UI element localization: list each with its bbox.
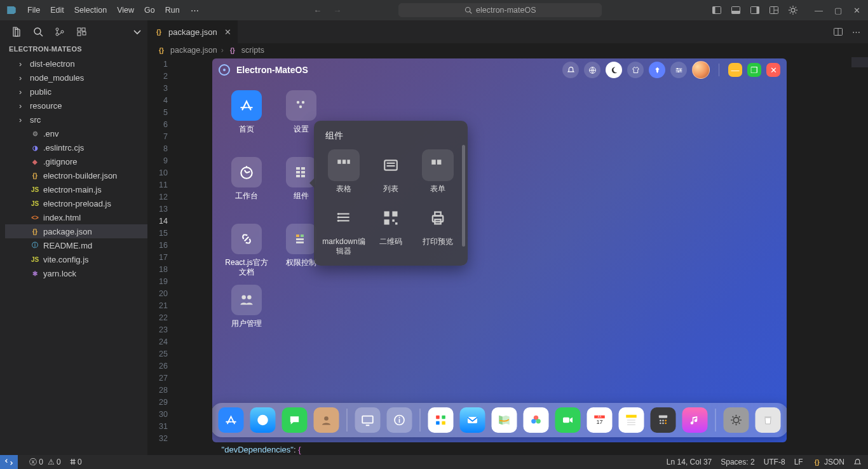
tab-package-json[interactable]: {} package.json ✕ xyxy=(147,20,238,43)
split-editor-icon[interactable] xyxy=(833,27,843,37)
crumb-scripts[interactable]: scripts xyxy=(241,46,264,55)
layout-sidebar-right-icon[interactable] xyxy=(750,5,760,15)
window-minimize-icon[interactable]: — xyxy=(815,6,823,15)
tree-file[interactable]: <>index.html xyxy=(5,210,147,224)
dock-settings-icon[interactable] xyxy=(724,407,749,433)
menu-edit[interactable]: Edit xyxy=(46,3,69,18)
window-close-icon[interactable]: ✕ xyxy=(853,6,860,15)
popup-item[interactable]: 打印预览 xyxy=(416,202,460,255)
nav-forward-icon[interactable]: → xyxy=(333,6,341,15)
tree-file[interactable]: JSelectron-preload.js xyxy=(5,196,147,210)
menu-view[interactable]: View xyxy=(112,3,139,18)
nav-back-icon[interactable]: ← xyxy=(313,6,322,15)
tree-file[interactable]: {}package.json xyxy=(5,224,147,238)
dock-music-icon[interactable] xyxy=(682,407,708,433)
dock-calculator-icon[interactable] xyxy=(651,407,676,433)
dock-messages-icon[interactable] xyxy=(282,407,308,433)
popup-item-label: 打印预览 xyxy=(423,237,453,246)
explorer-scm-icon[interactable] xyxy=(55,27,65,37)
status-encoding[interactable]: UTF-8 xyxy=(764,458,785,466)
dock-appstore-icon[interactable] xyxy=(219,407,244,433)
dock-photos-icon[interactable] xyxy=(524,407,549,433)
minimap[interactable] xyxy=(851,57,868,67)
dock-display-icon[interactable] xyxy=(355,407,381,433)
tab-overflow-icon[interactable]: ⋯ xyxy=(852,27,860,37)
dock-facetime-icon[interactable] xyxy=(555,407,581,433)
editor-body[interactable]: 1234567891011121314151617181920212223242… xyxy=(147,57,868,455)
tree-folder[interactable]: ›public xyxy=(5,85,147,99)
dock-contacts-icon[interactable] xyxy=(314,407,339,433)
dock-notes-icon[interactable] xyxy=(619,407,644,433)
globe-icon[interactable] xyxy=(584,62,600,78)
explorer-search-icon[interactable] xyxy=(33,27,43,37)
preview-maximize-button[interactable]: ❐ xyxy=(747,63,761,77)
status-lang[interactable]: {} JSON xyxy=(812,457,844,467)
pin-icon[interactable] xyxy=(649,62,665,78)
popup-scrollbar[interactable] xyxy=(462,145,465,247)
breadcrumbs[interactable]: {} package.json › {} scripts xyxy=(147,43,868,57)
dock-trash-icon[interactable] xyxy=(756,407,781,433)
status-ports[interactable]: ⵌ 0 xyxy=(70,458,82,466)
popup-item[interactable]: 表单 xyxy=(416,149,460,193)
svg-point-41 xyxy=(241,295,246,299)
status-spaces[interactable]: Spaces: 2 xyxy=(721,458,754,466)
settings-gear-icon[interactable] xyxy=(788,5,798,15)
sliders-icon[interactable] xyxy=(670,62,687,78)
tree-file[interactable]: ◆.gitignore xyxy=(5,154,147,168)
popup-item[interactable]: 表格 xyxy=(322,149,366,193)
tree-folder[interactable]: ›resource xyxy=(5,99,147,112)
user-avatar[interactable] xyxy=(692,61,710,79)
tree-file[interactable]: ✱yarn.lock xyxy=(5,266,147,280)
desktop-app[interactable]: React.js官方文档 xyxy=(224,224,269,277)
menu-overflow[interactable]: ⋯ xyxy=(186,3,204,18)
tab-close-icon[interactable]: ✕ xyxy=(224,27,231,37)
preview-minimize-button[interactable]: — xyxy=(728,63,742,77)
svg-point-29 xyxy=(299,105,302,108)
svg-point-14 xyxy=(56,28,58,31)
crumb-file[interactable]: package.json xyxy=(170,46,217,55)
tree-folder[interactable]: ›dist-electron xyxy=(5,57,147,71)
tree-file[interactable]: ◑.eslintrc.cjs xyxy=(5,140,147,154)
command-center[interactable]: electron-mateOS xyxy=(398,3,602,17)
layout-customize-icon[interactable] xyxy=(769,5,779,15)
status-problems[interactable]: ⓧ 0 ⚠ 0 xyxy=(29,457,61,468)
menu-selection[interactable]: Selection xyxy=(70,3,111,18)
desktop-app[interactable]: 工作台 xyxy=(224,157,269,201)
explorer-collapse-icon[interactable] xyxy=(132,28,142,36)
explorer-extensions-icon[interactable] xyxy=(76,27,86,37)
status-eol[interactable]: LF xyxy=(794,458,803,466)
layout-panel-icon[interactable] xyxy=(731,5,741,15)
theme-toggle-icon[interactable] xyxy=(606,62,622,78)
svg-rect-49 xyxy=(431,160,436,165)
bell-icon[interactable] xyxy=(562,62,579,78)
explorer-files-icon[interactable] xyxy=(11,27,22,37)
popup-item[interactable]: 二维码 xyxy=(369,202,413,255)
tree-folder[interactable]: ›src xyxy=(5,112,147,126)
shirt-icon[interactable] xyxy=(627,62,644,78)
layout-sidebar-left-icon[interactable] xyxy=(712,5,722,15)
dock-launchpad-icon[interactable] xyxy=(428,407,454,433)
dock-calendar-icon[interactable]: JUL17 xyxy=(587,407,613,433)
remote-indicator-icon[interactable] xyxy=(0,455,18,469)
tree-file[interactable]: ⚙.env xyxy=(5,126,147,140)
tree-folder[interactable]: ›node_modules xyxy=(5,71,147,85)
dock-maps-icon[interactable] xyxy=(492,407,517,433)
menu-run[interactable]: Run xyxy=(161,3,184,18)
menu-go[interactable]: Go xyxy=(140,3,159,18)
status-lncol[interactable]: Ln 14, Col 37 xyxy=(667,458,712,466)
status-bell-icon[interactable] xyxy=(853,458,862,466)
dock-info-icon[interactable] xyxy=(387,407,412,433)
preview-close-button[interactable]: ✕ xyxy=(766,63,780,77)
tree-file[interactable]: ⓘREADME.md xyxy=(5,238,147,252)
tree-file[interactable]: JSelectron-main.js xyxy=(5,182,147,196)
desktop-app[interactable]: 用户管理 xyxy=(224,285,269,329)
desktop-app[interactable]: 首页 xyxy=(224,90,269,134)
tree-file[interactable]: JSvite.config.js xyxy=(5,252,147,266)
window-maximize-icon[interactable]: ▢ xyxy=(834,6,842,15)
menu-file[interactable]: File xyxy=(23,3,44,18)
popup-item[interactable]: markdown编辑器 xyxy=(322,202,366,255)
dock-mail-icon[interactable] xyxy=(460,407,485,433)
popup-item[interactable]: 列表 xyxy=(369,149,413,193)
tree-file[interactable]: {}electron-builder.json xyxy=(5,168,147,182)
dock-safari-icon[interactable] xyxy=(250,407,276,433)
